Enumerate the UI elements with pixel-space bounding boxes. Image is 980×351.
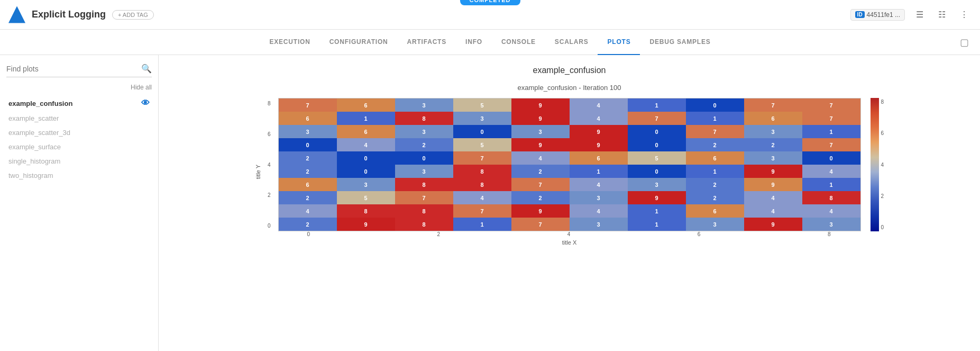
heatmap-cell: 1 (628, 98, 686, 112)
heatmap-cell: 7 (279, 98, 337, 112)
add-tag-button[interactable]: + ADD TAG (112, 10, 154, 20)
x-axis-label: title X (278, 239, 861, 246)
heatmap-cell: 9 (511, 138, 570, 151)
tab-artifacts[interactable]: ARTIFACTS (398, 30, 456, 55)
layout-icon-button[interactable]: ☷ (935, 7, 949, 22)
heatmap-cell: 3 (570, 191, 628, 204)
sidebar-item-label: two_histogram (8, 172, 53, 179)
plot-subtitle: example_confusion - Iteration 100 (171, 84, 967, 92)
heatmap-cell: 9 (337, 218, 395, 231)
heatmap-cell: 7 (802, 98, 860, 112)
heatmap-cell: 1 (802, 125, 860, 138)
heatmap-cell: 0 (802, 151, 860, 165)
heatmap-cell: 9 (744, 218, 802, 231)
colorbar-gradient (871, 98, 879, 231)
sidebar-item-example-scatter[interactable]: example_scatter (6, 111, 152, 125)
heatmap-cell: 0 (337, 151, 395, 165)
heatmap-cell: 2 (395, 138, 453, 151)
tab-plots[interactable]: PLOTS (598, 30, 640, 55)
colorbar-tick: 8 (881, 99, 884, 105)
heatmap-cell: 3 (744, 151, 802, 165)
heatmap-cell: 9 (744, 178, 802, 191)
sidebar-item-example-surface[interactable]: example_surface (6, 140, 152, 154)
x-ticks: 0 2 4 6 8 (278, 231, 860, 237)
heatmap-cell: 7 (453, 151, 511, 165)
heatmap-cell: 3 (686, 218, 744, 231)
eye-icon[interactable]: 👁 (141, 98, 150, 108)
x-tick: 4 (567, 231, 571, 237)
heatmap-cell: 3 (395, 98, 453, 112)
menu-icon-button[interactable]: ⋮ (957, 7, 972, 22)
heatmap-cell: 1 (802, 178, 860, 191)
sidebar-item-example-scatter-3d[interactable]: example_scatter_3d (6, 125, 152, 140)
heatmap-cell: 4 (511, 151, 570, 165)
heatmap-cell: 7 (511, 178, 570, 191)
heatmap-cell: 4 (802, 165, 860, 178)
heatmap-cell: 2 (511, 191, 570, 204)
heatmap-cell: 1 (686, 165, 744, 178)
heatmap-cell: 8 (395, 218, 453, 231)
sidebar-item-example-confusion[interactable]: example_confusion 👁 (6, 95, 152, 111)
heatmap-cell: 9 (511, 204, 570, 218)
heatmap-cell: 7 (686, 125, 744, 138)
colorbar-ticks: 8 6 4 2 0 (881, 98, 884, 231)
heatmap-cell: 2 (686, 138, 744, 151)
heatmap-cell: 2 (511, 165, 570, 178)
nav-right-icon[interactable]: ▢ (957, 35, 972, 50)
heatmap-cell: 6 (570, 151, 628, 165)
completed-badge: COMPLETED (460, 0, 520, 5)
heatmap-cell: 8 (453, 165, 511, 178)
heatmap-cell: 9 (511, 112, 570, 125)
sidebar-item-single-histogram[interactable]: single_histogram (6, 154, 152, 168)
heatmap-cell: 8 (337, 204, 395, 218)
heatmap-cell: 9 (570, 138, 628, 151)
heatmap-cell: 2 (744, 138, 802, 151)
colorbar-tick: 6 (881, 130, 884, 136)
x-tick: 6 (698, 231, 701, 237)
app-logo (8, 6, 25, 23)
heatmap-cell: 6 (279, 178, 337, 191)
heatmap-cell: 0 (628, 165, 686, 178)
heatmap-cell: 0 (337, 165, 395, 178)
sidebar-item-two-histogram[interactable]: two_histogram (6, 168, 152, 183)
heatmap-cell: 4 (802, 204, 860, 218)
app-title: Explicit Logging (32, 9, 106, 20)
tab-console[interactable]: CONSOLE (492, 30, 545, 55)
nav-tabs: EXECUTION CONFIGURATION ARTIFACTS INFO C… (0, 30, 980, 55)
y-axis-label: title Y (255, 165, 261, 179)
heatmap-wrapper: title Y 8 6 4 2 0 7635941077618394716736… (171, 98, 967, 246)
heatmap-cell: 3 (744, 125, 802, 138)
run-id: ID 44511fe1 ... (850, 9, 905, 21)
heatmap-cell: 2 (279, 165, 337, 178)
heatmap-cell: 1 (686, 112, 744, 125)
y-tick: 2 (268, 192, 271, 198)
heatmap-cell: 5 (453, 138, 511, 151)
hide-all-button[interactable]: Hide all (6, 84, 152, 91)
sidebar-item-label: single_histogram (8, 157, 60, 165)
heatmap-cell: 3 (395, 165, 453, 178)
heatmap-cell: 5 (453, 98, 511, 112)
y-tick: 0 (268, 223, 271, 229)
heatmap-cell: 0 (279, 138, 337, 151)
tab-configuration[interactable]: CONFIGURATION (320, 30, 398, 55)
tab-debug-samples[interactable]: DEBUG SAMPLES (640, 30, 720, 55)
heatmap-cell: 7 (453, 204, 511, 218)
sidebar-item-label: example_surface (8, 143, 61, 151)
tab-info[interactable]: INFO (456, 30, 492, 55)
heatmap-cell: 4 (744, 191, 802, 204)
heatmap-cell: 6 (744, 112, 802, 125)
y-tick: 8 (268, 101, 271, 106)
heatmap-cell: 6 (337, 98, 395, 112)
plot-title: example_confusion (171, 66, 967, 75)
heatmap-cell: 8 (802, 191, 860, 204)
search-input[interactable] (6, 65, 141, 73)
heatmap-cell: 2 (686, 191, 744, 204)
heatmap-cell: 1 (453, 218, 511, 231)
tab-scalars[interactable]: SCALARS (545, 30, 598, 55)
tab-execution[interactable]: EXECUTION (260, 30, 319, 55)
sidebar-item-label: example_confusion (8, 100, 72, 107)
heatmap-cell: 9 (511, 98, 570, 112)
list-icon-button[interactable]: ☰ (912, 7, 927, 22)
heatmap-cell: 0 (686, 98, 744, 112)
heatmap-cell: 0 (453, 125, 511, 138)
